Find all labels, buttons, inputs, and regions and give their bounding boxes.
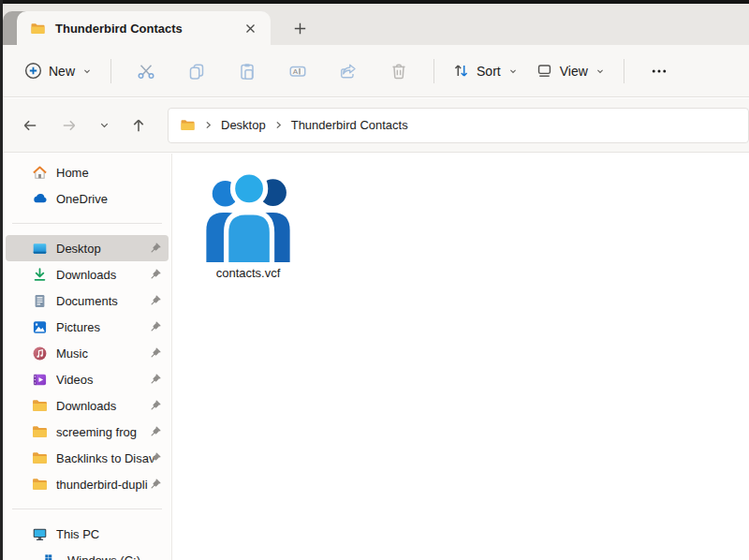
- tab-title: Thunderbird Contacts: [55, 22, 183, 36]
- pin-icon[interactable]: [149, 451, 162, 464]
- pin-icon[interactable]: [149, 399, 162, 412]
- contacts-people-icon: [200, 167, 296, 262]
- desktop-icon: [32, 241, 48, 257]
- plus-circle-icon: [24, 62, 42, 80]
- sidebar-divider: [12, 223, 162, 224]
- share-icon: [339, 62, 358, 81]
- onedrive-cloud-icon: [32, 191, 48, 207]
- file-name-label: contacts.vcf: [216, 266, 281, 280]
- sidebar-item-desktop[interactable]: Desktop: [6, 235, 169, 261]
- drive-icon: [43, 553, 59, 560]
- new-button[interactable]: New: [16, 55, 101, 86]
- pin-icon[interactable]: [149, 268, 162, 281]
- chevron-down-icon: [81, 66, 93, 77]
- explorer-tab[interactable]: Thunderbird Contacts: [17, 11, 271, 45]
- chevron-down-icon: [507, 66, 519, 77]
- sidebar-item-label: Home: [56, 166, 169, 180]
- sidebar-item-windows-c-drive[interactable]: Windows (C:): [6, 547, 169, 560]
- content-area: Home OneDrive Desktop: [3, 154, 749, 560]
- pin-icon[interactable]: [149, 320, 162, 333]
- new-tab-button[interactable]: [286, 16, 313, 40]
- sidebar-item-downloads[interactable]: Downloads: [6, 261, 169, 287]
- delete-button[interactable]: [380, 54, 418, 88]
- sidebar-item-onedrive[interactable]: OneDrive: [6, 185, 169, 212]
- breadcrumb-item-desktop[interactable]: Desktop: [215, 115, 272, 135]
- rename-button[interactable]: A: [279, 54, 316, 88]
- folder-icon: [180, 118, 196, 132]
- back-button[interactable]: [13, 110, 47, 141]
- recent-locations-button[interactable]: [92, 110, 116, 141]
- up-button[interactable]: [122, 110, 155, 141]
- folder-icon: [32, 450, 48, 466]
- cut-button[interactable]: [127, 54, 165, 88]
- computer-icon: [32, 526, 48, 542]
- download-arrow-icon: [32, 267, 48, 283]
- paste-button[interactable]: [228, 54, 266, 88]
- tab-bar: Thunderbird Contacts: [3, 4, 749, 45]
- pin-icon[interactable]: [149, 242, 162, 255]
- toolbar-divider: [433, 59, 434, 83]
- toolbar-divider: [624, 59, 624, 83]
- file-item-contacts-vcf[interactable]: contacts.vcf: [198, 167, 298, 280]
- videos-icon: [32, 372, 48, 388]
- copy-button[interactable]: [178, 54, 215, 88]
- sidebar-item-label: This PC: [56, 527, 169, 541]
- sidebar-item-home[interactable]: Home: [6, 159, 169, 185]
- navigation-pane: Home OneDrive Desktop: [3, 154, 172, 560]
- new-button-label: New: [49, 64, 75, 79]
- sort-button[interactable]: Sort: [444, 55, 527, 86]
- sidebar-item-label: OneDrive: [56, 192, 169, 206]
- sidebar-item-label: Windows (C:): [67, 553, 169, 560]
- pictures-icon: [32, 319, 48, 335]
- view-button-label: View: [560, 64, 588, 79]
- trash-icon: [389, 62, 408, 81]
- sidebar-item-thunderbird-duplicate[interactable]: thunderbird-dupli: [6, 471, 169, 497]
- view-icon: [536, 62, 553, 80]
- pin-icon[interactable]: [149, 373, 162, 386]
- window-top-edge: [0, 0, 749, 4]
- pin-icon[interactable]: [149, 294, 162, 307]
- svg-text:A: A: [293, 67, 299, 76]
- scissors-icon: [137, 62, 155, 81]
- document-icon: [32, 293, 48, 309]
- sidebar-item-videos[interactable]: Videos: [6, 366, 169, 392]
- chevron-right-icon: [203, 120, 213, 130]
- view-button[interactable]: View: [527, 55, 614, 86]
- sort-button-label: Sort: [477, 64, 501, 79]
- toolbar-divider: [110, 59, 111, 83]
- ellipsis-icon: [650, 62, 668, 81]
- sort-icon: [452, 62, 470, 80]
- folder-icon: [32, 424, 48, 440]
- pin-icon[interactable]: [149, 346, 162, 360]
- folder-icon: [30, 22, 46, 36]
- folder-icon: [32, 398, 48, 414]
- pin-icon[interactable]: [149, 425, 162, 438]
- sidebar-item-backlinks-to-disavow[interactable]: Backlinks to Disav: [6, 445, 169, 471]
- rename-icon: A: [288, 62, 307, 81]
- clipboard-icon: [238, 62, 257, 81]
- command-toolbar: New: [3, 45, 749, 97]
- sidebar-item-documents[interactable]: Documents: [6, 287, 169, 314]
- music-icon: [32, 346, 48, 361]
- share-button[interactable]: [330, 54, 367, 88]
- sidebar-divider: [12, 508, 162, 509]
- tab-close-button[interactable]: [239, 17, 261, 39]
- window-left-edge: [0, 0, 3, 560]
- home-icon: [32, 165, 48, 181]
- sidebar-item-downloads-folder[interactable]: Downloads: [6, 392, 169, 419]
- folder-icon: [32, 477, 48, 493]
- sidebar-item-music[interactable]: Music: [6, 340, 169, 366]
- copy-icon: [187, 62, 206, 81]
- address-input[interactable]: Desktop Thunderbird Contacts: [168, 108, 749, 143]
- chevron-right-icon: [273, 120, 284, 130]
- forward-button[interactable]: [52, 110, 86, 141]
- sidebar-item-pictures[interactable]: Pictures: [6, 314, 169, 340]
- sidebar-item-screeming-frog[interactable]: screeming frog: [6, 419, 169, 445]
- file-list-area[interactable]: contacts.vcf: [172, 154, 749, 560]
- pin-icon[interactable]: [149, 478, 162, 491]
- sidebar-item-this-pc[interactable]: This PC: [6, 521, 169, 547]
- chevron-down-icon: [595, 66, 606, 77]
- address-bar-row: Desktop Thunderbird Contacts: [3, 98, 749, 153]
- breadcrumb-item-thunderbird-contacts[interactable]: Thunderbird Contacts: [286, 115, 414, 135]
- see-more-button[interactable]: [640, 54, 678, 88]
